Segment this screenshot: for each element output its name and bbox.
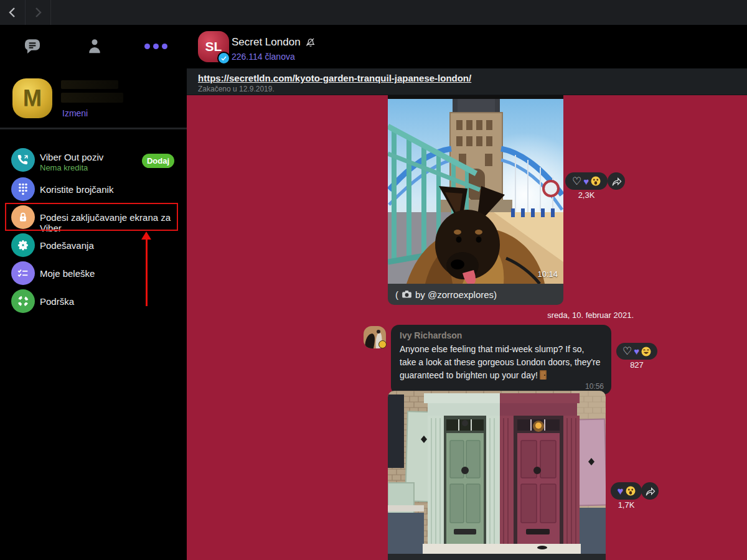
viber-out-phone-icon bbox=[11, 148, 35, 172]
laugh-face-icon bbox=[641, 347, 651, 357]
muted-bell-icon bbox=[305, 37, 315, 47]
menu-item-my-notes[interactable]: Moje beleške bbox=[0, 261, 187, 289]
chevron-right-icon bbox=[33, 7, 43, 18]
checklist-icon bbox=[11, 261, 35, 285]
menu-item-dialpad[interactable]: Koristite brojčanik bbox=[0, 177, 187, 205]
photo-caption[interactable]: ( by @zorroexplores) bbox=[388, 284, 563, 305]
forward-arrow-icon bbox=[645, 487, 655, 496]
purple-heart-icon: ♥ bbox=[583, 177, 589, 186]
gear-icon bbox=[11, 233, 35, 257]
credit-status: Nema kredita bbox=[40, 163, 88, 172]
wow-face-icon bbox=[626, 486, 636, 496]
heart-outline-icon: ♡ bbox=[622, 346, 632, 357]
camera-icon bbox=[402, 291, 411, 298]
heart-outline-icon: ♡ bbox=[572, 176, 581, 187]
message-time: 10:56 bbox=[585, 382, 604, 391]
text-message-bubble[interactable]: Ivy Richardson Anyone else feeling that … bbox=[391, 325, 611, 394]
sidebar-divider bbox=[0, 128, 187, 129]
reactions-pill[interactable]: ♡ ♥ bbox=[565, 172, 608, 190]
avatar-badge bbox=[378, 340, 387, 348]
sender-name: Ivy Richardson bbox=[400, 330, 603, 340]
menu-label: Podešavanja bbox=[40, 240, 94, 251]
door-icon bbox=[539, 370, 547, 380]
pinned-link[interactable]: https://secretldn.com/kyoto-garden-tranq… bbox=[198, 73, 471, 83]
channel-avatar-initials: SL bbox=[205, 39, 222, 54]
reaction-count: 827 bbox=[616, 360, 657, 370]
dialpad-icon bbox=[11, 177, 35, 201]
forward-button[interactable] bbox=[26, 0, 51, 25]
share-button[interactable] bbox=[641, 482, 659, 500]
annotation-arrow-line bbox=[146, 239, 148, 306]
reaction-count: 1,7K bbox=[611, 500, 642, 510]
life-ring-icon bbox=[11, 289, 35, 313]
member-count: 226.114 članova bbox=[232, 52, 295, 62]
redacted-name-line bbox=[61, 80, 118, 89]
chat-title-text: Secret London bbox=[232, 36, 301, 49]
reaction-count: 2,3K bbox=[565, 190, 608, 200]
reactions-pill[interactable]: ♡ ♥ bbox=[616, 343, 657, 360]
photo-message-dog[interactable]: 10:14 bbox=[388, 95, 563, 284]
edit-profile-link[interactable]: Izmeni bbox=[62, 108, 88, 118]
menu-item-viber-out[interactable]: Viber Out poziv Nema kredita Dodaj bbox=[0, 148, 187, 176]
message-text: Anyone else feeling that mid-week slump?… bbox=[400, 343, 603, 382]
tab-chats[interactable] bbox=[21, 35, 44, 57]
tab-contacts[interactable] bbox=[83, 35, 106, 57]
redacted-name-line bbox=[61, 93, 123, 103]
avatar-monogram: M bbox=[23, 85, 42, 111]
chat-title[interactable]: Secret London bbox=[232, 36, 315, 49]
caption-text: by @zorroexplores) bbox=[415, 289, 497, 300]
menu-label: Viber Out poziv bbox=[40, 152, 103, 162]
three-dots-icon bbox=[144, 44, 167, 49]
reactions-pill[interactable]: ♥ bbox=[611, 482, 642, 500]
share-button[interactable] bbox=[608, 172, 625, 190]
purple-heart-icon: ♥ bbox=[634, 347, 639, 356]
menu-item-settings[interactable]: Podešavanja bbox=[0, 233, 187, 261]
wow-face-icon bbox=[591, 176, 601, 186]
menu-label: Moje beleške bbox=[40, 268, 95, 279]
chat-bubble-icon bbox=[22, 36, 42, 56]
person-icon bbox=[85, 37, 104, 55]
viber-app-window: M Izmeni Viber Out poziv Nema kredita Do… bbox=[0, 0, 747, 560]
photo-message-doors[interactable] bbox=[388, 391, 606, 554]
purple-heart-icon: ♥ bbox=[617, 486, 623, 497]
add-credit-button[interactable]: Dodaj bbox=[142, 154, 174, 168]
window-topbar bbox=[0, 0, 747, 25]
my-avatar[interactable]: M bbox=[12, 78, 52, 118]
forward-arrow-icon bbox=[611, 177, 622, 186]
message-time: 10:14 bbox=[537, 269, 558, 279]
annotation-box bbox=[5, 203, 178, 231]
photo-caption-cropped bbox=[388, 554, 606, 560]
chevron-left-icon bbox=[7, 7, 17, 18]
menu-label: Koristite brojčanik bbox=[40, 184, 113, 195]
verified-badge-icon bbox=[217, 52, 230, 65]
tab-more[interactable] bbox=[144, 35, 167, 57]
menu-label: Podrška bbox=[40, 296, 74, 307]
pinned-note: Zakačeno u 12.9.2019. bbox=[198, 85, 275, 93]
back-button[interactable] bbox=[0, 0, 26, 25]
date-divider: sreda, 10. februar 2021. bbox=[472, 310, 634, 320]
dog-tower-bridge-photo bbox=[388, 95, 563, 284]
london-doors-photo bbox=[388, 391, 606, 554]
menu-item-support[interactable]: Podrška bbox=[0, 289, 187, 317]
caption-text: ( bbox=[395, 289, 398, 300]
